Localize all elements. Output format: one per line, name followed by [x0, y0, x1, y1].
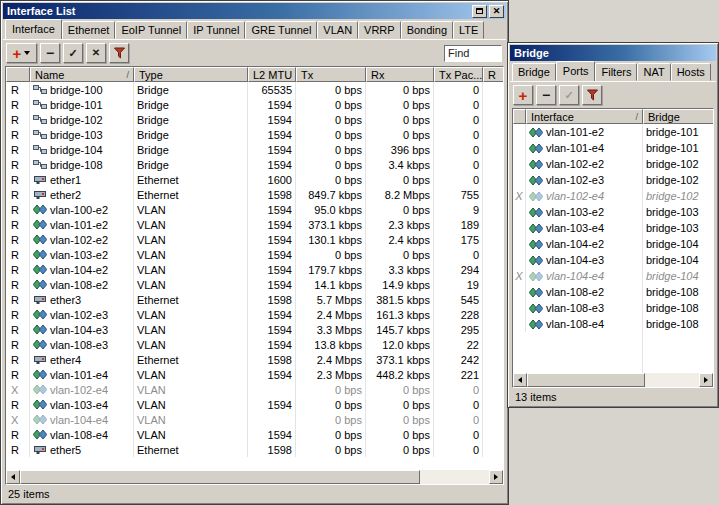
bridge-text: bridge-102	[646, 158, 699, 170]
interface-row[interactable]: Rvlan-100-e2VLAN159495.0 kbps0 bps9	[6, 202, 503, 217]
enable-button[interactable]: ✓	[559, 85, 579, 105]
interface-row[interactable]: Rvlan-108-e3VLAN159413.8 kbps12.0 kbps22	[6, 337, 503, 352]
filter-button[interactable]	[582, 85, 602, 105]
bridge-port-row[interactable]: vlan-108-e3bridge-108	[513, 300, 713, 316]
flag-text: R	[11, 219, 19, 231]
bridge-port-row[interactable]: vlan-102-e3bridge-102	[513, 172, 713, 188]
maximize-button[interactable]	[472, 5, 487, 18]
add-button[interactable]: +	[513, 85, 533, 105]
interface-row[interactable]: Rbridge-103Bridge15940 bps0 bps0	[6, 127, 503, 142]
cell-tx: 130.1 kbps	[296, 232, 366, 247]
column-header-l2-mtu[interactable]: L2 MTU	[248, 67, 296, 82]
cell-tx: 0 bps	[296, 157, 366, 172]
bridge-port-row[interactable]: vlan-104-e3bridge-104	[513, 252, 713, 268]
hscrollbar-thumb[interactable]	[20, 470, 420, 484]
interface-row[interactable]: Rvlan-108-e2VLAN159414.1 kbps14.9 kbps19	[6, 277, 503, 292]
interface-row[interactable]: Rvlan-102-e2VLAN1594130.1 kbps2.4 kbps17…	[6, 232, 503, 247]
interface-row[interactable]: Rether4Ethernet15982.4 Mbps373.1 kbps242	[6, 352, 503, 367]
tab-nat[interactable]: NAT	[637, 63, 670, 81]
vlan-icon	[529, 303, 543, 314]
find-input[interactable]	[444, 45, 502, 62]
interface-row[interactable]: Rether2Ethernet1598849.7 kbps8.2 Mbps755	[6, 187, 503, 202]
column-header-tx-pac[interactable]: Tx Pac...	[434, 67, 483, 82]
column-header-rx[interactable]: Rx	[366, 67, 434, 82]
cell-tx_pac: 0	[434, 157, 483, 172]
tab-bonding[interactable]: Bonding	[401, 21, 453, 39]
hscrollbar-thumb[interactable]	[527, 373, 645, 387]
interface-row[interactable]: Rether3Ethernet15985.7 Mbps381.5 kbps545	[6, 292, 503, 307]
interface-row[interactable]: Rvlan-108-e4VLAN15940 bps0 bps0	[6, 427, 503, 442]
interface-row[interactable]: Rbridge-100Bridge655350 bps0 bps0	[6, 82, 503, 97]
column-header-type[interactable]: Type	[134, 67, 248, 82]
column-header-r[interactable]: R	[483, 67, 503, 82]
cell-l2_mtu: 1594	[248, 337, 296, 352]
interface-row[interactable]: Rvlan-104-e2VLAN1594179.7 kbps3.3 kbps29…	[6, 262, 503, 277]
bridge-port-row[interactable]: vlan-104-e2bridge-104	[513, 236, 713, 252]
bridge-titlebar[interactable]: Bridge	[510, 45, 716, 61]
remove-button[interactable]: −	[40, 43, 60, 63]
interface-row[interactable]: Xvlan-104-e4VLAN0 bps0 bps0	[6, 412, 503, 427]
interface-row[interactable]: Rbridge-101Bridge15940 bps0 bps0	[6, 97, 503, 112]
scroll-right-button[interactable]	[489, 470, 503, 484]
interface-row[interactable]: Rvlan-101-e4VLAN15942.3 Mbps448.2 kbps22…	[6, 367, 503, 382]
interface-row[interactable]: Rvlan-103-e4VLAN15940 bps0 bps0	[6, 397, 503, 412]
rx-text: 145.7 kbps	[376, 324, 430, 336]
bridge-port-row[interactable]: vlan-108-e4bridge-108	[513, 316, 713, 332]
filter-button[interactable]	[109, 43, 129, 63]
interface-row[interactable]: Xvlan-102-e4VLAN0 bps0 bps0	[6, 382, 503, 397]
tab-vrrp[interactable]: VRRP	[358, 21, 401, 39]
tab-hosts[interactable]: Hosts	[671, 63, 711, 81]
tab-lte[interactable]: LTE	[453, 21, 484, 39]
interface-row[interactable]: Rbridge-108Bridge15940 bps3.4 kbps0	[6, 157, 503, 172]
column-header-interface[interactable]: Interface/	[526, 109, 643, 124]
bridge-port-row[interactable]: vlan-101-e2bridge-101	[513, 124, 713, 140]
bridge-port-row[interactable]: vlan-102-e2bridge-102	[513, 156, 713, 172]
enable-button[interactable]: ✓	[63, 43, 83, 63]
interface-row[interactable]: Rbridge-102Bridge15940 bps0 bps0	[6, 112, 503, 127]
column-header-flags[interactable]	[6, 67, 30, 82]
column-header-tx[interactable]: Tx	[296, 67, 366, 82]
add-button[interactable]: +	[6, 43, 37, 63]
tab-ip-tunnel[interactable]: IP Tunnel	[187, 21, 245, 39]
cell-tx_pac: 0	[434, 442, 483, 457]
interface-hscrollbar[interactable]	[6, 470, 503, 484]
interface-row[interactable]: Rvlan-103-e2VLAN15940 bps0 bps0	[6, 247, 503, 262]
cell-tx: 3.3 Mbps	[296, 322, 366, 337]
type-text: Bridge	[137, 114, 169, 126]
interface-row[interactable]: Rvlan-102-e3VLAN15942.4 Mbps161.3 kbps22…	[6, 307, 503, 322]
bridge-port-row[interactable]: vlan-103-e2bridge-103	[513, 204, 713, 220]
scroll-left-button[interactable]	[6, 470, 20, 484]
interface-row[interactable]: Rvlan-101-e2VLAN1594373.1 kbps2.3 kbps18…	[6, 217, 503, 232]
interface-list-titlebar[interactable]: Interface List ✕	[3, 3, 506, 19]
tab-ethernet[interactable]: Ethernet	[62, 21, 116, 39]
cell-tx_pac: 294	[434, 262, 483, 277]
tab-vlan[interactable]: VLAN	[317, 21, 358, 39]
disable-button[interactable]: ✕	[86, 43, 106, 63]
type-text: Ethernet	[137, 294, 179, 306]
tab-eoip-tunnel[interactable]: EoIP Tunnel	[115, 21, 187, 39]
column-header-bridge[interactable]: Bridge	[643, 109, 713, 124]
scroll-right-button[interactable]	[699, 373, 713, 387]
bridge-port-row[interactable]: vlan-101-e4bridge-101	[513, 140, 713, 156]
tab-bridge[interactable]: Bridge	[512, 63, 556, 81]
column-header-name[interactable]: Name/	[30, 67, 134, 82]
interface-row[interactable]: Rbridge-104Bridge15940 bps396 bps0	[6, 142, 503, 157]
interface-row[interactable]: Rether5Ethernet15980 bps0 bps0	[6, 442, 503, 457]
interface-list-toolbar-buttons: +−✓✕	[6, 43, 129, 63]
bridge-hscrollbar[interactable]	[513, 373, 713, 387]
tab-interface[interactable]: Interface	[5, 19, 62, 40]
close-button[interactable]: ✕	[489, 5, 504, 18]
column-header-flags[interactable]	[513, 109, 526, 124]
remove-button[interactable]: −	[536, 85, 556, 105]
bridge-port-row[interactable]: Xvlan-104-e4bridge-104	[513, 268, 713, 284]
scroll-left-button[interactable]	[513, 373, 527, 387]
interface-row[interactable]: Rvlan-104-e3VLAN15943.3 Mbps145.7 kbps29…	[6, 322, 503, 337]
bridge-port-row[interactable]: Xvlan-102-e4bridge-102	[513, 188, 713, 204]
flag-text: R	[11, 174, 19, 186]
interface-row[interactable]: Rether1Ethernet16000 bps0 bps0	[6, 172, 503, 187]
bridge-port-row[interactable]: vlan-103-e4bridge-103	[513, 220, 713, 236]
tab-gre-tunnel[interactable]: GRE Tunnel	[245, 21, 317, 39]
tab-filters[interactable]: Filters	[595, 63, 637, 81]
bridge-port-row[interactable]: vlan-108-e2bridge-108	[513, 284, 713, 300]
tab-ports[interactable]: Ports	[556, 61, 596, 82]
